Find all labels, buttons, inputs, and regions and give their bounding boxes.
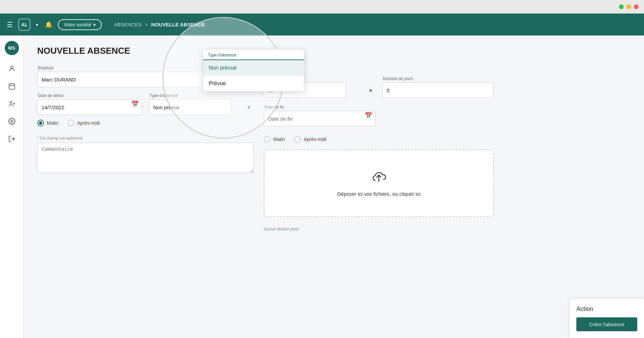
start-date-label: Date de début <box>37 93 142 98</box>
radio-matin-circle <box>37 120 44 126</box>
radio-apres-midi-end[interactable]: Après-midi <box>294 136 326 143</box>
svg-rect-1 <box>9 84 15 89</box>
sidebar-item-calendar[interactable] <box>4 79 19 94</box>
radio-apres-midi-label: Après-midi <box>77 120 100 126</box>
avatar: MS <box>5 41 19 55</box>
traffic-light-red[interactable] <box>634 4 639 9</box>
absence-type-chevron-icon: ▾ <box>248 104 250 111</box>
end-date-field: Date de fin 📅 <box>264 105 375 126</box>
header: ☰ AL ▾ 🔔 Votre société ▾ ABSENCES > NOUV… <box>0 14 644 35</box>
sidebar: MS <box>0 35 24 338</box>
nb-days-label: Nombre de jours <box>382 76 494 81</box>
sidebar-item-users[interactable] <box>4 61 19 76</box>
dropdown-header: Type d'absence <box>203 49 304 60</box>
bell-icon[interactable]: 🔔 <box>45 21 52 28</box>
radio-matin-label: Matin <box>47 120 58 126</box>
start-date-field: Date de début 📅 <box>37 93 142 115</box>
sidebar-item-onboarding[interactable] <box>4 96 19 111</box>
absence-reason-chevron-icon: ▾ <box>369 87 372 94</box>
breadcrumb-absences[interactable]: ABSENCES <box>114 22 142 27</box>
upload-icon <box>370 170 387 187</box>
upload-text: Déposer ici vos fichiers, ou cliquer ici <box>337 191 420 197</box>
svg-point-0 <box>10 66 13 69</box>
breadcrumb-arrow: > <box>145 22 148 27</box>
radio-matin-end-circle <box>264 136 271 143</box>
start-time-radio-group: Matin Après-midi <box>37 120 254 126</box>
sidebar-item-logout[interactable] <box>4 131 19 146</box>
comment-textarea[interactable] <box>37 143 254 173</box>
end-time-radio-group: Matin Après-midi <box>264 135 375 143</box>
page-title: NOUVELLE ABSENCE <box>37 46 630 56</box>
start-date-input[interactable] <box>37 99 142 115</box>
logo-badge: AL <box>18 19 30 31</box>
breadcrumb: ABSENCES > NOUVELLE ABSENCE <box>114 22 205 27</box>
absence-type-field: Type d'absence ▾ <box>149 93 254 115</box>
dropdown-option-prevue[interactable]: Prévue <box>203 76 304 91</box>
nb-days-input[interactable] <box>382 82 494 98</box>
action-panel: Action Créer l'absence <box>570 299 644 338</box>
dropdown-option-non-prevue[interactable]: Non prévue <box>203 60 304 76</box>
radio-apres-midi[interactable]: Après-midi <box>68 120 100 126</box>
hamburger-icon[interactable]: ☰ <box>7 21 13 29</box>
sidebar-item-settings[interactable] <box>4 114 19 129</box>
svg-point-6 <box>11 120 13 122</box>
traffic-light-yellow[interactable] <box>626 4 631 9</box>
action-title: Action <box>576 306 637 313</box>
create-absence-button[interactable]: Créer l'absence <box>576 317 637 331</box>
comment-section: * Ce champ est optionnel <box>37 132 254 174</box>
absence-type-label: Type d'absence <box>149 93 254 98</box>
radio-matin-end[interactable]: Matin <box>264 136 285 143</box>
optional-label: * Ce champ est optionnel <box>37 136 254 141</box>
nb-days-field: Nombre de jours <box>382 76 494 98</box>
svg-point-5 <box>10 101 12 103</box>
company-button[interactable]: Votre société ▾ <box>58 19 102 30</box>
company-label: Votre société <box>64 22 91 27</box>
radio-apres-midi-end-circle <box>294 136 301 143</box>
absence-type-input[interactable] <box>149 99 231 115</box>
company-chevron: ▾ <box>93 22 96 27</box>
breadcrumb-current: NOUVELLE ABSENCE <box>151 22 205 27</box>
absence-type-dropdown: Type d'absence Non prévue Prévue <box>203 49 304 92</box>
title-bar <box>0 0 644 14</box>
radio-apres-midi-circle <box>68 120 74 126</box>
radio-matin[interactable]: Matin <box>37 120 58 126</box>
radio-apres-midi-end-label: Après-midi <box>304 137 326 142</box>
no-file-text: Aucun fichier joint. <box>264 226 494 232</box>
radio-matin-end-label: Matin <box>273 137 285 142</box>
main-content: NOUVELLE ABSENCE Employé Date de début 📅… <box>24 35 644 338</box>
upload-area[interactable]: Déposer ici vos fichiers, ou cliquer ici <box>264 149 494 217</box>
end-date-input[interactable] <box>264 111 375 126</box>
traffic-light-green[interactable] <box>619 4 624 9</box>
end-date-label: Date de fin <box>264 105 375 110</box>
header-chevron[interactable]: ▾ <box>36 22 38 27</box>
